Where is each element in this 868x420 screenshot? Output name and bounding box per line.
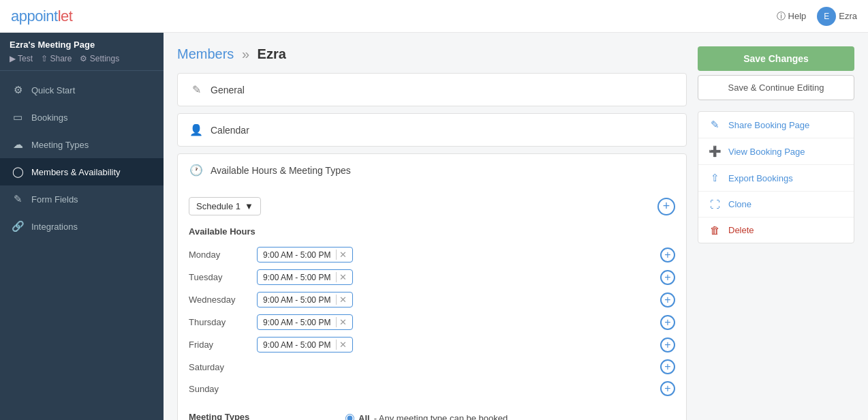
bookings-icon: ▭ xyxy=(11,110,25,124)
add-tuesday-slot[interactable]: + xyxy=(660,270,675,285)
meeting-type-all-option[interactable]: All - Any meeting type can be booked xyxy=(345,413,539,420)
save-continue-button[interactable]: Save & Continue Editing xyxy=(698,75,854,100)
view-booking-page-button[interactable]: ➕ View Booking Page xyxy=(698,138,854,165)
remove-thursday-slot[interactable]: ✕ xyxy=(336,317,347,327)
share-button[interactable]: ⇧ Share xyxy=(41,54,72,63)
calendar-section-header[interactable]: 👤 Calendar xyxy=(178,114,686,146)
sidebar-header: Ezra's Meeting Page ▶ Test ⇧ Share ⚙ Set… xyxy=(0,33,164,71)
action-list: ✎ Share Booking Page ➕ View Booking Page… xyxy=(698,111,854,243)
schedule-dropdown[interactable]: Schedule 1 ▼ xyxy=(189,197,261,215)
day-friday: Friday xyxy=(189,340,257,350)
sidebar-nav: ⚙ Quick Start ▭ Bookings ☁ Meeting Types… xyxy=(0,71,164,245)
logo: appointlet xyxy=(11,7,72,25)
add-thursday-slot[interactable]: + xyxy=(660,315,675,330)
time-slot-friday: 9:00 AM - 5:00 PM ✕ xyxy=(257,337,353,352)
meeting-types-section: Meeting Types Determines the meeting typ… xyxy=(189,412,675,420)
sidebar-item-label: Form Fields xyxy=(31,194,78,205)
time-badge-friday: 9:00 AM - 5:00 PM ✕ xyxy=(257,337,353,352)
day-wednesday: Wednesday xyxy=(189,295,257,305)
sidebar-item-integrations[interactable]: 🔗 Integrations xyxy=(0,213,164,240)
table-row: Friday 9:00 AM - 5:00 PM ✕ + xyxy=(189,333,675,356)
available-hours-section: 🕐 Available Hours & Meeting Types Schedu… xyxy=(177,153,687,420)
day-thursday: Thursday xyxy=(189,317,257,327)
time-slot-thursday: 9:00 AM - 5:00 PM ✕ xyxy=(257,314,353,330)
time-value: 9:00 AM - 5:00 PM xyxy=(263,318,330,327)
save-changes-button[interactable]: Save Changes xyxy=(698,46,854,71)
test-button[interactable]: ▶ Test xyxy=(10,54,33,63)
sidebar-header-actions: ▶ Test ⇧ Share ⚙ Settings xyxy=(10,50,154,63)
breadcrumb-separator: » xyxy=(242,46,249,61)
day-tuesday: Tuesday xyxy=(189,272,257,282)
content-area: Members » Ezra ✎ General 👤 Calendar xyxy=(164,33,868,420)
day-monday: Monday xyxy=(189,250,257,260)
delete-label: Delete xyxy=(728,225,754,235)
meeting-types-icon: ☁ xyxy=(11,138,25,151)
available-hours-body: Schedule 1 ▼ + Available Hours Monday 9:… xyxy=(178,186,686,420)
time-value: 9:00 AM - 5:00 PM xyxy=(263,273,330,282)
chevron-down-icon: ▼ xyxy=(245,201,253,211)
schedule-label: Schedule 1 xyxy=(196,201,241,211)
share-booking-page-button[interactable]: ✎ Share Booking Page xyxy=(698,112,854,138)
remove-monday-slot[interactable]: ✕ xyxy=(336,250,347,260)
delete-icon: 🗑 xyxy=(708,224,722,236)
export-bookings-icon: ⇧ xyxy=(708,172,722,184)
remove-friday-slot[interactable]: ✕ xyxy=(336,340,347,350)
time-value: 9:00 AM - 5:00 PM xyxy=(263,250,330,260)
sidebar-item-label: Meeting Types xyxy=(31,140,89,150)
avatar: E xyxy=(817,7,836,26)
user-label: Ezra xyxy=(839,11,857,21)
clone-label: Clone xyxy=(728,199,751,209)
add-friday-slot[interactable]: + xyxy=(660,338,675,352)
right-sidebar: Save Changes Save & Continue Editing ✎ S… xyxy=(698,46,854,406)
add-schedule-button[interactable]: + xyxy=(657,198,675,215)
meeting-type-all-radio[interactable] xyxy=(345,414,354,420)
sidebar-item-members-availability[interactable]: ◯ Members & Availability xyxy=(0,158,164,185)
remove-tuesday-slot[interactable]: ✕ xyxy=(336,272,347,282)
clone-icon: ⛶ xyxy=(708,198,722,210)
sidebar-item-bookings[interactable]: ▭ Bookings xyxy=(0,104,164,131)
general-label: General xyxy=(211,85,245,95)
help-button[interactable]: ⓘ Help xyxy=(777,10,807,22)
add-wednesday-slot[interactable]: + xyxy=(660,292,675,308)
share-booking-label: Share Booking Page xyxy=(728,120,809,130)
time-value: 9:00 AM - 5:00 PM xyxy=(263,295,330,305)
calendar-label: Calendar xyxy=(211,125,249,136)
help-icon: ⓘ xyxy=(777,10,786,22)
time-value: 9:00 AM - 5:00 PM xyxy=(263,340,330,350)
add-monday-slot[interactable]: + xyxy=(660,247,675,262)
main-layout: Ezra's Meeting Page ▶ Test ⇧ Share ⚙ Set… xyxy=(0,33,868,420)
time-badge-monday: 9:00 AM - 5:00 PM ✕ xyxy=(257,247,353,262)
settings-button[interactable]: ⚙ Settings xyxy=(80,54,119,63)
schedule-bar: Schedule 1 ▼ + xyxy=(189,197,675,215)
add-saturday-slot[interactable]: + xyxy=(660,359,675,374)
view-booking-label: View Booking Page xyxy=(728,147,805,157)
topbar: appointlet ⓘ Help E Ezra xyxy=(0,0,868,33)
sidebar-item-meeting-types[interactable]: ☁ Meeting Types xyxy=(0,131,164,158)
time-slot-monday: 9:00 AM - 5:00 PM ✕ xyxy=(257,247,353,262)
general-section-header[interactable]: ✎ General xyxy=(178,74,686,106)
sidebar-item-quick-start[interactable]: ⚙ Quick Start xyxy=(0,76,164,104)
meeting-type-all-label: All xyxy=(358,413,370,420)
remove-wednesday-slot[interactable]: ✕ xyxy=(336,295,347,305)
general-icon: ✎ xyxy=(189,83,204,96)
members-availability-icon: ◯ xyxy=(11,165,25,179)
integrations-icon: 🔗 xyxy=(11,220,25,233)
sidebar-item-form-fields[interactable]: ✎ Form Fields xyxy=(0,185,164,213)
view-booking-icon: ➕ xyxy=(708,145,722,158)
table-row: Tuesday 9:00 AM - 5:00 PM ✕ + xyxy=(189,266,675,288)
delete-button[interactable]: 🗑 Delete xyxy=(698,217,854,243)
export-bookings-button[interactable]: ⇧ Export Bookings xyxy=(698,165,854,192)
user-menu[interactable]: E Ezra xyxy=(817,7,857,26)
clone-button[interactable]: ⛶ Clone xyxy=(698,192,854,217)
available-hours-label: Available Hours & Meeting Types xyxy=(211,165,351,176)
quick-start-icon: ⚙ xyxy=(11,83,25,97)
sidebar-item-label: Bookings xyxy=(31,112,67,123)
available-hours-header[interactable]: 🕐 Available Hours & Meeting Types xyxy=(178,154,686,186)
time-badge-tuesday: 9:00 AM - 5:00 PM ✕ xyxy=(257,269,353,285)
breadcrumb-parent[interactable]: Members xyxy=(177,46,234,61)
sidebar-item-label: Integrations xyxy=(31,222,78,232)
breadcrumb-current: Ezra xyxy=(258,46,286,61)
sidebar-page-title: Ezra's Meeting Page xyxy=(10,40,154,50)
help-label: Help xyxy=(788,11,807,21)
add-sunday-slot[interactable]: + xyxy=(660,381,675,396)
